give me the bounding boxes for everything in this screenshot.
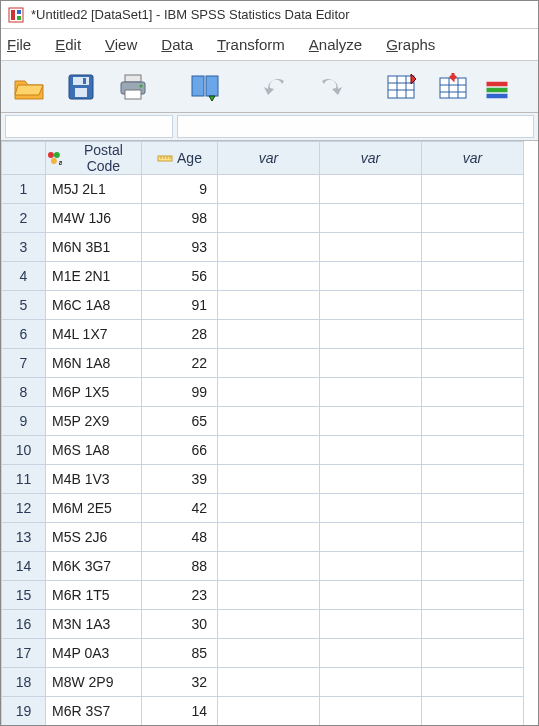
menu-file[interactable]: File (7, 36, 31, 53)
cell-empty[interactable] (218, 494, 320, 523)
cell-empty[interactable] (320, 378, 422, 407)
cell-empty[interactable] (218, 465, 320, 494)
cell-empty[interactable] (422, 233, 524, 262)
grid-corner[interactable] (2, 142, 46, 175)
cell-age[interactable]: 39 (142, 465, 218, 494)
cell-empty[interactable] (422, 291, 524, 320)
cell-empty[interactable] (218, 639, 320, 668)
row-header[interactable]: 18 (2, 668, 46, 697)
cell-empty[interactable] (422, 407, 524, 436)
row-header[interactable]: 10 (2, 436, 46, 465)
print-button[interactable] (113, 67, 153, 107)
row-header[interactable]: 12 (2, 494, 46, 523)
cell-empty[interactable] (320, 668, 422, 697)
cell-empty[interactable] (218, 668, 320, 697)
row-header[interactable]: 8 (2, 378, 46, 407)
cell-empty[interactable] (422, 523, 524, 552)
cell-empty[interactable] (218, 581, 320, 610)
menu-edit[interactable]: Edit (55, 36, 81, 53)
cell-empty[interactable] (320, 320, 422, 349)
cell-postal[interactable]: M4L 1X7 (46, 320, 142, 349)
cell-postal[interactable]: M6P 1X5 (46, 378, 142, 407)
cell-empty[interactable] (422, 494, 524, 523)
cell-postal[interactable]: M5J 2L1 (46, 175, 142, 204)
cell-empty[interactable] (422, 581, 524, 610)
row-header[interactable]: 3 (2, 233, 46, 262)
cell-empty[interactable] (320, 291, 422, 320)
cell-empty[interactable] (218, 378, 320, 407)
cell-age[interactable]: 65 (142, 407, 218, 436)
cell-postal[interactable]: M6R 3S7 (46, 697, 142, 726)
menu-analyze[interactable]: Analyze (309, 36, 362, 53)
cell-postal[interactable]: M6N 3B1 (46, 233, 142, 262)
column-header-var-2[interactable]: var (320, 142, 422, 175)
row-header[interactable]: 16 (2, 610, 46, 639)
row-header[interactable]: 7 (2, 349, 46, 378)
cell-age[interactable]: 9 (142, 175, 218, 204)
menu-transform[interactable]: Transform (217, 36, 285, 53)
cell-age[interactable]: 28 (142, 320, 218, 349)
cell-empty[interactable] (218, 610, 320, 639)
column-header-postal[interactable]: a Postal Code (46, 142, 142, 175)
cell-age[interactable]: 23 (142, 581, 218, 610)
cell-empty[interactable] (320, 436, 422, 465)
cell-empty[interactable] (422, 639, 524, 668)
cell-empty[interactable] (218, 552, 320, 581)
cell-empty[interactable] (422, 552, 524, 581)
cell-age[interactable]: 30 (142, 610, 218, 639)
cell-empty[interactable] (320, 262, 422, 291)
cell-empty[interactable] (218, 204, 320, 233)
row-header[interactable]: 13 (2, 523, 46, 552)
cell-age[interactable]: 32 (142, 668, 218, 697)
cell-age[interactable]: 93 (142, 233, 218, 262)
cell-age[interactable]: 88 (142, 552, 218, 581)
cell-empty[interactable] (218, 697, 320, 726)
row-header[interactable]: 2 (2, 204, 46, 233)
variables-button[interactable] (485, 67, 509, 107)
cell-postal[interactable]: M6S 1A8 (46, 436, 142, 465)
cell-empty[interactable] (320, 697, 422, 726)
cell-empty[interactable] (218, 262, 320, 291)
cell-postal[interactable]: M4B 1V3 (46, 465, 142, 494)
cell-empty[interactable] (422, 204, 524, 233)
cell-empty[interactable] (320, 204, 422, 233)
row-header[interactable]: 19 (2, 697, 46, 726)
cell-postal[interactable]: M6C 1A8 (46, 291, 142, 320)
menu-view[interactable]: View (105, 36, 137, 53)
row-header[interactable]: 15 (2, 581, 46, 610)
cell-postal[interactable]: M6M 2E5 (46, 494, 142, 523)
cell-empty[interactable] (218, 175, 320, 204)
cell-empty[interactable] (422, 610, 524, 639)
cell-age[interactable]: 98 (142, 204, 218, 233)
cell-postal[interactable]: M6R 1T5 (46, 581, 142, 610)
cell-empty[interactable] (320, 494, 422, 523)
row-header[interactable]: 1 (2, 175, 46, 204)
undo-button[interactable] (257, 67, 297, 107)
row-header[interactable]: 9 (2, 407, 46, 436)
cell-age[interactable]: 48 (142, 523, 218, 552)
cell-age[interactable]: 56 (142, 262, 218, 291)
cell-empty[interactable] (320, 610, 422, 639)
cell-empty[interactable] (422, 175, 524, 204)
cell-postal[interactable]: M3N 1A3 (46, 610, 142, 639)
cell-empty[interactable] (320, 349, 422, 378)
cell-empty[interactable] (320, 407, 422, 436)
cell-empty[interactable] (218, 291, 320, 320)
formula-bar[interactable] (177, 115, 534, 138)
cell-empty[interactable] (320, 175, 422, 204)
cell-empty[interactable] (422, 320, 524, 349)
save-button[interactable] (61, 67, 101, 107)
redo-button[interactable] (309, 67, 349, 107)
cell-postal[interactable]: M5S 2J6 (46, 523, 142, 552)
cell-empty[interactable] (320, 581, 422, 610)
cell-age[interactable]: 66 (142, 436, 218, 465)
cell-empty[interactable] (422, 465, 524, 494)
row-header[interactable]: 4 (2, 262, 46, 291)
goto-variable-button[interactable] (433, 67, 473, 107)
data-grid[interactable]: a Postal Code Age var var var 1M5J 2L192… (1, 141, 524, 726)
cell-empty[interactable] (218, 436, 320, 465)
cell-empty[interactable] (320, 233, 422, 262)
row-header[interactable]: 14 (2, 552, 46, 581)
cell-empty[interactable] (320, 639, 422, 668)
goto-case-button[interactable] (381, 67, 421, 107)
